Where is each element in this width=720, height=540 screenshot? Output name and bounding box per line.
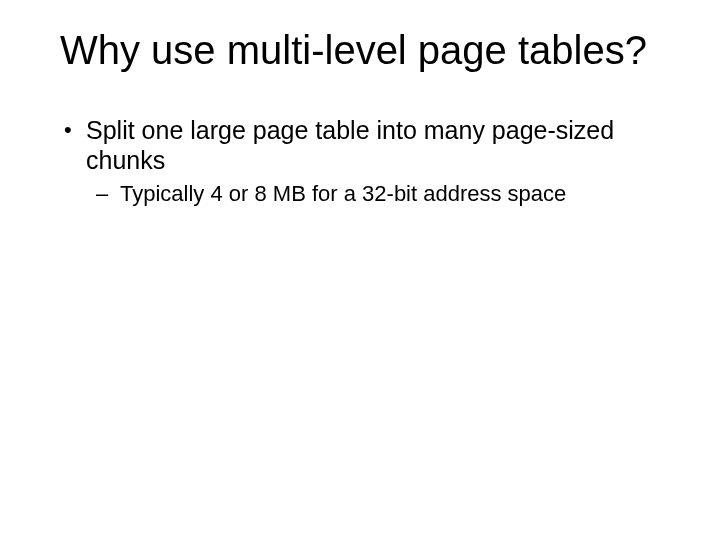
sub-bullet-list: Typically 4 or 8 MB for a 32-bit address… [86,181,660,207]
list-item: Split one large page table into many pag… [60,116,660,207]
bullet-list: Split one large page table into many pag… [60,116,660,207]
list-item: Typically 4 or 8 MB for a 32-bit address… [90,181,660,207]
slide-title: Why use multi-level page tables? [60,28,680,72]
slide-body: Split one large page table into many pag… [60,116,660,217]
bullet-text: Split one large page table into many pag… [86,116,614,174]
slide: Why use multi-level page tables? Split o… [0,0,720,540]
sub-bullet-text: Typically 4 or 8 MB for a 32-bit address… [120,181,566,206]
